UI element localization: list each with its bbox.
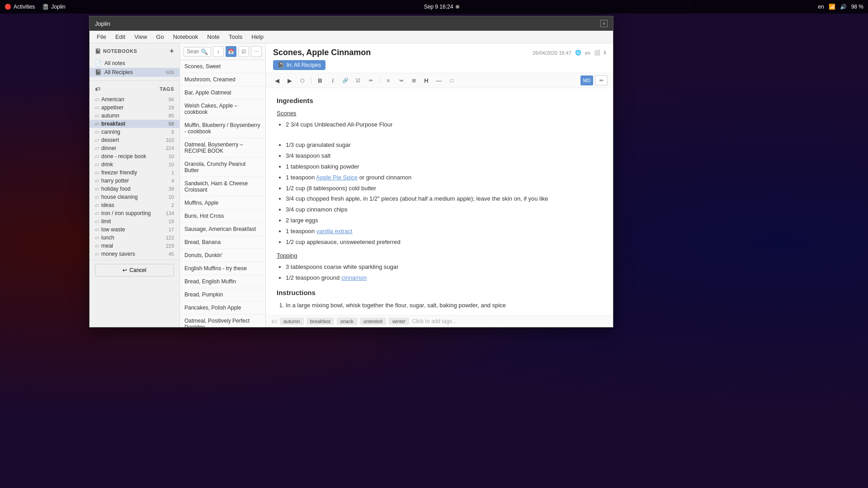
unordered-list-button[interactable]: ≡ <box>382 75 394 86</box>
sidebar-tag-limit[interactable]: 🏷 limit 19 <box>90 217 179 225</box>
sidebar-tag-drink[interactable]: 🏷 drink 10 <box>90 160 179 169</box>
tag-icon: 🏷 <box>95 113 99 118</box>
sidebar-tag-dessert[interactable]: 🏷 dessert 102 <box>90 136 179 144</box>
checklist-button[interactable]: ☑ <box>238 46 249 57</box>
markdown-view-button[interactable]: MD <box>580 75 593 85</box>
notebooks-label: 📓 NOTEBOOKS <box>95 48 137 54</box>
highlight-button[interactable]: ✏ <box>365 75 377 86</box>
note-list-item[interactable]: Sausage, American Breakfast <box>180 223 265 236</box>
search-input[interactable] <box>187 48 199 55</box>
sidebar-tag-holiday-food[interactable]: 🏷 holiday food 39 <box>90 185 179 193</box>
info-icon: ℹ <box>604 50 606 56</box>
sidebar-tag-breakfast[interactable]: 🏷 breakfast 58 <box>90 120 179 128</box>
tag-count: 58 <box>169 121 174 127</box>
taskbar-joplin[interactable]: 📓 Joplin <box>42 4 65 10</box>
menu-notebook[interactable]: Notebook <box>170 33 202 41</box>
hr-button[interactable]: — <box>433 75 445 86</box>
cancel-button[interactable]: ↩ Cancel <box>95 264 174 277</box>
tag-icon: 🏷 <box>95 235 99 240</box>
sidebar-tag-iron-/-iron-supporting[interactable]: 🏷 iron / iron supporting 134 <box>90 209 179 217</box>
note-list-item[interactable]: Oatmeal, Boysenberry – RECIPIE BOOK <box>180 138 265 158</box>
add-notebook-button[interactable]: + <box>170 47 174 55</box>
menu-view[interactable]: View <box>131 33 151 41</box>
note-list-item[interactable]: Sandwich, Ham & Cheese Croissant <box>180 177 265 197</box>
ordered-list-button[interactable]: ≔ <box>395 75 407 86</box>
sidebar-tag-meal[interactable]: 🏷 meal 229 <box>90 242 179 250</box>
vanilla-extract-link[interactable]: vanilla extract <box>316 228 352 235</box>
calendar-view-button[interactable]: 📅 <box>226 46 236 57</box>
italic-button[interactable]: I <box>327 75 339 86</box>
sidebar-tag-American[interactable]: 🏷 American 56 <box>90 95 179 103</box>
taskbar-activities[interactable]: 🔴 Activities <box>5 4 35 10</box>
note-list-item[interactable]: Bread, English Muffin <box>180 275 265 288</box>
heading-button[interactable]: H <box>420 75 432 86</box>
scones-ingredients-list: 2 3/4 cups Unbleached All-Purpose Flour <box>286 120 602 130</box>
sidebar-tag-house-cleaning[interactable]: 🏷 house cleaning 10 <box>90 193 179 201</box>
bold-button[interactable]: B <box>314 75 326 86</box>
search-box[interactable]: 🔍 <box>184 47 211 56</box>
sidebar-tag-dinner[interactable]: 🏷 dinner 224 <box>90 144 179 152</box>
sidebar-tag-appetiser[interactable]: 🏷 appetiser 29 <box>90 103 179 112</box>
tag-chip-autumn[interactable]: autumn <box>280 318 304 325</box>
table-button[interactable]: ⊞ <box>408 75 420 86</box>
window-close-button[interactable]: × <box>600 20 608 27</box>
note-title-row: Scones, Apple Cinnamon 26/04/2020 18:47 … <box>273 48 606 57</box>
sidebar-tag-money-savers[interactable]: 🏷 money savers 45 <box>90 250 179 258</box>
note-list-item[interactable]: Buns, Hot Cross <box>180 210 265 223</box>
more-options-button[interactable]: ⋯ <box>251 46 262 57</box>
all-recipes-icon: 📓 <box>95 69 102 75</box>
menu-edit[interactable]: Edit <box>112 33 129 41</box>
note-list-item[interactable]: Donuts, Dunkin' <box>180 249 265 262</box>
sidebar-tag-freezer-friendly[interactable]: 🏷 freezer friendly 1 <box>90 169 179 177</box>
forward-button[interactable]: ▶ <box>284 75 296 86</box>
note-list-item[interactable]: Bar, Apple Oatmeal <box>180 86 265 99</box>
ingredient-item: 2 3/4 cups Unbleached All-Purpose Flour <box>286 120 602 130</box>
note-list-item[interactable]: Pancakes, Polish Apple <box>180 301 265 314</box>
menu-note[interactable]: Note <box>203 33 223 41</box>
note-list-item[interactable]: Oatmeal, Positively Perfect Porridge <box>180 314 265 327</box>
menu-go[interactable]: Go <box>152 33 167 41</box>
note-list-item[interactable]: Muffin, Blueberry / Boysenberry - cookbo… <box>180 119 265 138</box>
sidebar-item-all-notes[interactable]: 📄 All notes <box>90 59 179 68</box>
note-list-item[interactable]: Bread, Banana <box>180 236 265 249</box>
window-title: Joplin <box>95 20 110 27</box>
note-list-item[interactable]: Scones, Sweet <box>180 60 265 73</box>
link-button[interactable]: 🔗 <box>340 75 351 86</box>
note-list-item[interactable]: Bread, Pumpkin <box>180 288 265 301</box>
note-list-item[interactable]: Mushroom, Creamed <box>180 73 265 86</box>
ingredient-item: 3/4 cup cinnamon chips <box>286 205 602 215</box>
tag-chip-snack[interactable]: snack <box>337 318 357 325</box>
sort-button[interactable]: ↕ <box>213 46 224 57</box>
tag-icon: 🏷 <box>95 244 99 249</box>
editor-view-button[interactable]: ✏ <box>595 75 608 85</box>
in-notebook-button[interactable]: 📓 In: All Recipes <box>273 60 326 70</box>
cinnamon-link[interactable]: cinnamon <box>341 274 367 281</box>
ingredient-item: 1 teaspoon Apple Pie Spice or ground cin… <box>286 173 602 183</box>
external-link-button[interactable]: ⬡ <box>297 75 308 86</box>
tag-chip-winter[interactable]: winter <box>389 318 409 325</box>
tag-chip-breakfast[interactable]: breakfast <box>307 318 334 325</box>
add-tag-input[interactable]: Click to add tags... <box>412 318 457 324</box>
sidebar-tag-harry-potter[interactable]: 🏷 harry potter 4 <box>90 177 179 185</box>
code-button[interactable]: □ <box>446 75 458 86</box>
note-list-item[interactable]: Welsh Cakes, Apple – cookbook <box>180 99 265 119</box>
sidebar-tag-autumn[interactable]: 🏷 autumn 85 <box>90 112 179 120</box>
back-button[interactable]: ◀ <box>271 75 283 86</box>
checkbox-button[interactable]: ☑ <box>352 75 364 86</box>
note-list-item[interactable]: English Muffins - try these <box>180 262 265 275</box>
tag-icon: 🏷 <box>95 227 99 232</box>
sidebar-tag-lunch[interactable]: 🏷 lunch 122 <box>90 234 179 242</box>
sidebar-tag-canning[interactable]: 🏷 canning 5 <box>90 128 179 136</box>
apple-pie-spice-link[interactable]: Apple Pie Spice <box>316 174 358 181</box>
sidebar-item-all-recipes[interactable]: 📓 All Recipies 606 <box>90 68 179 77</box>
menu-tools[interactable]: Tools <box>225 33 246 41</box>
note-list-item[interactable]: Granola, Crunchy Peanut Butter <box>180 158 265 177</box>
tag-chip-untested[interactable]: untested <box>360 318 386 325</box>
menu-help[interactable]: Help <box>248 33 267 41</box>
sidebar-tag-done---recipe-book[interactable]: 🏷 done - recipe book 10 <box>90 152 179 160</box>
sidebar-tag-ideas[interactable]: 🏷 ideas 2 <box>90 201 179 209</box>
editor-view-buttons: MD ✏ <box>580 75 608 85</box>
sidebar-tag-low-waste[interactable]: 🏷 low waste 17 <box>90 225 179 234</box>
note-list-item[interactable]: Muffins, Apple <box>180 197 265 210</box>
menu-file[interactable]: File <box>93 33 110 41</box>
